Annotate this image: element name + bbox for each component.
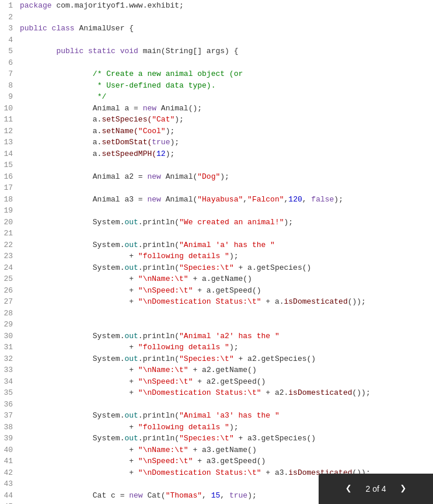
line-code: + "\nSpeed:\t" + a3.getSpeed() [18, 456, 433, 467]
line-code [18, 57, 433, 69]
line-number: 20 [0, 217, 18, 228]
line-code [18, 399, 433, 411]
line-code: /* Create a new animal object (or [18, 68, 433, 80]
line-number: 40 [0, 444, 18, 456]
line-number: 5 [0, 46, 18, 57]
table-row: 6 [0, 57, 433, 69]
line-number: 12 [0, 126, 18, 137]
line-code: */ [18, 91, 433, 103]
line-code [18, 228, 433, 239]
table-row: 11 a.setSpecies("Cat"); [0, 114, 433, 126]
table-row: 8 * User-defined data type). [0, 80, 433, 92]
line-number: 17 [0, 182, 18, 194]
line-number: 8 [0, 80, 18, 92]
table-row: 41 + "\nSpeed:\t" + a3.getSpeed() [0, 456, 433, 467]
line-number: 27 [0, 296, 18, 308]
table-row: 1package com.majorityof1.www.exhibit; [0, 0, 433, 12]
table-row: 20 System.out.println("We created an ani… [0, 217, 433, 228]
line-number: 11 [0, 114, 18, 126]
line-code: public class AnimalUser { [18, 23, 433, 34]
table-row: 26 + "\nSpeed:\t" + a.getSpeed() [0, 285, 433, 297]
line-number: 28 [0, 308, 18, 319]
line-code [18, 12, 433, 23]
table-row: 39 System.out.println("Species:\t" + a3.… [0, 433, 433, 444]
table-row: 31 + "following details "); [0, 342, 433, 353]
line-number: 33 [0, 364, 18, 376]
line-code: public static void main(String[] args) { [18, 46, 433, 57]
line-number: 34 [0, 376, 18, 388]
line-code: System.out.println("Species:\t" + a3.get… [18, 433, 433, 444]
line-code: + "\nDomestication Status:\t" + a.isDome… [18, 296, 433, 308]
line-number: 13 [0, 137, 18, 148]
line-code: + "following details "); [18, 251, 433, 262]
line-number: 35 [0, 387, 18, 399]
line-number: 22 [0, 239, 18, 251]
table-row: 32 System.out.println("Species:\t" + a2.… [0, 353, 433, 365]
line-number: 3 [0, 23, 18, 34]
line-number: 14 [0, 148, 18, 160]
line-number: 45 [0, 501, 18, 504]
line-number: 19 [0, 205, 18, 217]
line-code: + "\nSpeed:\t" + a.getSpeed() [18, 285, 433, 297]
line-number: 31 [0, 342, 18, 353]
table-row: 34 + "\nSpeed:\t" + a2.getSpeed() [0, 376, 433, 388]
line-code: + "\nDomestication Status:\t" + a2.isDom… [18, 387, 433, 399]
table-row: 3public class AnimalUser { [0, 23, 433, 34]
line-code: a.setSpeedMPH(12); [18, 148, 433, 160]
line-code: System.out.println("Animal 'a3' has the … [18, 410, 433, 422]
line-number: 25 [0, 273, 18, 285]
table-row: 37 System.out.println("Animal 'a3' has t… [0, 410, 433, 422]
table-row: 28 [0, 308, 433, 319]
code-table: 1package com.majorityof1.www.exhibit;2 3… [0, 0, 433, 504]
pagination-bar: ❮ 2 of 4 ❯ [319, 474, 433, 504]
table-row: 18 Animal a3 = new Animal("Hayabusa","Fa… [0, 194, 433, 206]
code-container: 1package com.majorityof1.www.exhibit;2 3… [0, 0, 433, 504]
line-number: 37 [0, 410, 18, 422]
table-row: 5 public static void main(String[] args)… [0, 46, 433, 57]
prev-page-button[interactable]: ❮ [341, 479, 357, 499]
line-number: 41 [0, 456, 18, 467]
line-number: 23 [0, 251, 18, 262]
line-code [18, 319, 433, 331]
line-number: 42 [0, 467, 18, 479]
line-number: 30 [0, 331, 18, 342]
line-code: + "\nSpeed:\t" + a2.getSpeed() [18, 376, 433, 388]
table-row: 27 + "\nDomestication Status:\t" + a.isD… [0, 296, 433, 308]
table-row: 2 [0, 12, 433, 23]
line-code [18, 308, 433, 319]
line-number: 39 [0, 433, 18, 444]
line-code: package com.majorityof1.www.exhibit; [18, 0, 433, 12]
line-number: 24 [0, 262, 18, 274]
line-code: a.setName("Cool"); [18, 126, 433, 137]
table-row: 13 a.setDomStat(true); [0, 137, 433, 148]
table-row: 24 System.out.println("Species:\t" + a.g… [0, 262, 433, 274]
line-code: System.out.println("Species:\t" + a2.get… [18, 353, 433, 365]
line-code [18, 159, 433, 171]
line-code: a.setDomStat(true); [18, 137, 433, 148]
line-number: 21 [0, 228, 18, 239]
line-code: + "\nName:\t" + a.getName() [18, 273, 433, 285]
line-code: + "following details "); [18, 342, 433, 353]
next-page-button[interactable]: ❯ [396, 479, 411, 499]
line-number: 36 [0, 399, 18, 411]
line-code: Animal a2 = new Animal("Dog"); [18, 171, 433, 183]
table-row: 30 System.out.println("Animal 'a2' has t… [0, 331, 433, 342]
line-number: 29 [0, 319, 18, 331]
line-number: 26 [0, 285, 18, 297]
table-row: 17 [0, 182, 433, 194]
line-number: 10 [0, 103, 18, 114]
table-row: 9 */ [0, 91, 433, 103]
table-row: 33 + "\nName:\t" + a2.getName() [0, 364, 433, 376]
table-row: 36 [0, 399, 433, 411]
line-code: Animal a = new Animal(); [18, 103, 433, 114]
table-row: 29 [0, 319, 433, 331]
line-code: System.out.println("Animal 'a' has the " [18, 239, 433, 251]
line-number: 44 [0, 490, 18, 502]
table-row: 15 [0, 159, 433, 171]
line-code: a.setSpecies("Cat"); [18, 114, 433, 126]
table-row: 21 [0, 228, 433, 239]
line-number: 43 [0, 478, 18, 490]
table-row: 35 + "\nDomestication Status:\t" + a2.is… [0, 387, 433, 399]
line-number: 32 [0, 353, 18, 365]
line-number: 4 [0, 34, 18, 46]
